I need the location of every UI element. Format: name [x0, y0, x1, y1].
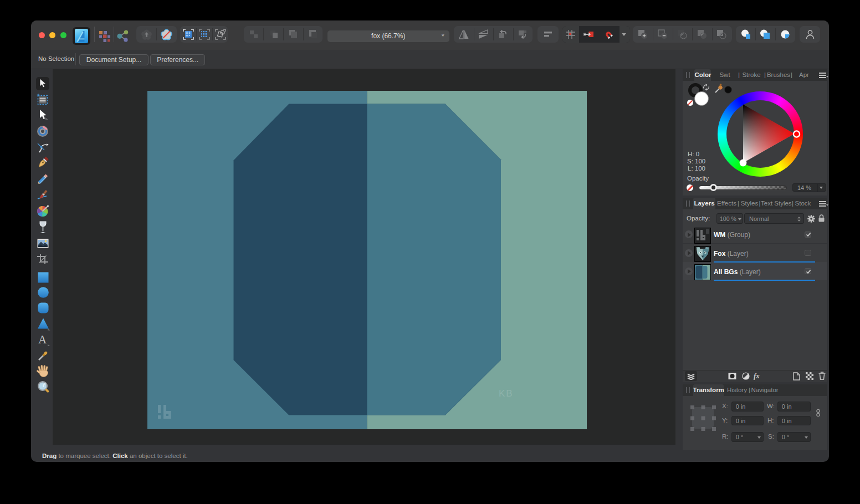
- svg-text:A: A: [38, 333, 47, 346]
- svg-text:KB: KB: [499, 388, 514, 399]
